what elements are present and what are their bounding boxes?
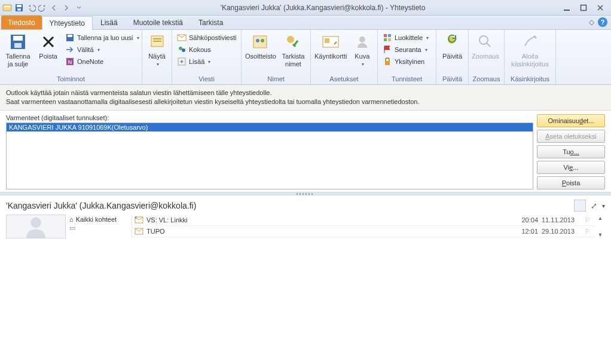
save-and-close-button[interactable]: Tallenna ja sulje: [2, 31, 33, 68]
export-button[interactable]: Vie...: [537, 161, 605, 174]
group-label-asetukset: Asetukset: [313, 74, 375, 84]
private-button[interactable]: Yksityinen: [380, 56, 433, 67]
svg-point-21: [181, 60, 183, 63]
svg-text:N: N: [68, 59, 72, 65]
redo-icon[interactable]: [38, 3, 48, 13]
update-button[interactable]: Päivitä: [439, 31, 466, 60]
forward-label: Välitä: [77, 46, 94, 53]
maximize-icon[interactable]: [579, 3, 588, 13]
onenote-button[interactable]: N OneNote: [63, 56, 139, 67]
zoom-button: Zoomaus: [471, 31, 500, 60]
group-label-tunnisteet: Tunnisteet: [380, 74, 433, 84]
close-icon[interactable]: [595, 3, 605, 13]
group-label-viesti: Viesti: [175, 74, 239, 84]
message-scrollbar[interactable]: ▲▼: [595, 215, 605, 238]
avatar-thumb: [574, 200, 586, 212]
group-label-nimet: Nimet: [244, 74, 308, 84]
certificates-listbox[interactable]: KANGASVIERI JUKKA 91091069K(Oletusarvo): [6, 123, 533, 189]
forward-button[interactable]: Välitä▾: [63, 44, 139, 55]
picture-button[interactable]: Kuva ▾: [349, 31, 375, 68]
preview-header: 'Kangasvieri Jukka' (Jukka.Kangasvieri@k…: [6, 201, 574, 210]
more-button[interactable]: Lisää▾: [175, 56, 239, 67]
svg-rect-8: [13, 36, 23, 41]
svg-rect-30: [388, 34, 391, 37]
message-row[interactable]: VS: VL: Linkki 20:04 11.11.2013 ⚐: [132, 215, 595, 226]
svg-rect-1: [4, 6, 10, 7]
email-message-button[interactable]: Sähköpostiviesti: [175, 32, 239, 43]
private-label: Yksityinen: [395, 58, 424, 65]
save-and-new-button[interactable]: Tallenna ja luo uusi▾: [63, 32, 139, 43]
check-names-label: Tarkista nimet: [282, 53, 305, 68]
svg-point-28: [359, 36, 365, 42]
group-label-zoomaus: Zoomaus: [471, 74, 502, 84]
svg-rect-32: [388, 38, 391, 41]
minimize-icon[interactable]: [562, 3, 572, 13]
svg-rect-5: [564, 10, 570, 11]
svg-rect-15: [153, 38, 161, 39]
svg-rect-0: [3, 5, 11, 11]
svg-rect-16: [153, 41, 161, 42]
tab-review[interactable]: Tarkista: [191, 16, 231, 29]
folder-icon: ▭: [69, 224, 75, 232]
svg-point-35: [479, 36, 488, 44]
flag-icon[interactable]: ⚐: [585, 228, 593, 235]
expand-icon[interactable]: ⤢: [591, 201, 597, 210]
delete-button[interactable]: Poista: [35, 31, 62, 60]
ribbon-collapse-icon[interactable]: ◇: [589, 18, 594, 26]
avatar-large: [6, 215, 66, 238]
group-label-paivita: Päivitä: [439, 74, 466, 84]
message-row[interactable]: TUPO 12:01 29.10.2013 ⚐: [132, 226, 595, 237]
update-label: Päivitä: [442, 53, 462, 60]
group-label-toiminnot: Toiminnot: [2, 74, 139, 84]
next-icon[interactable]: [62, 3, 72, 13]
meeting-label: Kokous: [189, 46, 211, 53]
svg-point-24: [261, 39, 264, 42]
properties-button[interactable]: Ominaisuudet...: [537, 114, 605, 127]
import-button[interactable]: Tuo...: [537, 145, 605, 158]
save-icon[interactable]: [14, 3, 24, 13]
check-names-button[interactable]: Tarkista nimet: [279, 31, 308, 68]
set-default-button: Aseta oletukseksi: [537, 130, 605, 143]
undo-icon[interactable]: [26, 3, 36, 13]
message-time: 20:04: [521, 216, 542, 224]
tab-file[interactable]: Tiedosto: [1, 16, 42, 29]
remove-button[interactable]: Poista: [537, 176, 605, 189]
addressbook-button[interactable]: Osoitteisto: [244, 31, 277, 60]
show-label: Näytä: [148, 53, 166, 60]
message-date: 29.10.2013: [542, 228, 585, 235]
svg-rect-4: [17, 8, 21, 11]
tab-contact[interactable]: Yhteystieto: [42, 16, 93, 30]
svg-rect-22: [253, 36, 267, 48]
message-date: 11.11.2013: [542, 216, 585, 224]
addressbook-label: Osoitteisto: [245, 53, 276, 60]
categorize-button[interactable]: Luokittele▾: [380, 32, 433, 43]
followup-label: Seuranta: [395, 46, 421, 53]
info-line-1: Outlook käyttää jotain näistä varmenteis…: [6, 88, 605, 97]
business-card-label: Käyntikortti: [314, 53, 347, 60]
prev-icon[interactable]: [50, 3, 60, 13]
svg-rect-31: [384, 38, 387, 41]
business-card-button[interactable]: Käyntikortti: [313, 31, 348, 60]
svg-point-25: [287, 36, 294, 43]
qat-dropdown-icon[interactable]: [74, 3, 84, 13]
tab-insert[interactable]: Lisää: [93, 16, 126, 29]
svg-rect-9: [14, 43, 22, 48]
followup-button[interactable]: Seuranta▾: [380, 44, 433, 55]
group-label-kasinkirjoitus: Käsinkirjoitus: [507, 74, 553, 84]
tab-format[interactable]: Muotoile tekstiä: [126, 16, 191, 29]
certificate-row[interactable]: KANGASVIERI JUKKA 91091069K(Oletusarvo): [7, 123, 533, 131]
reply-envelope-icon: [135, 215, 144, 225]
svg-rect-33: [385, 61, 390, 65]
svg-point-19: [182, 48, 185, 52]
group-label-nayta: [145, 74, 169, 84]
all-items-label[interactable]: Kaikki kohteet: [76, 216, 117, 223]
certificates-label: Varmenteet (digitaaliset tunnukset):: [6, 114, 533, 121]
help-icon[interactable]: ?: [598, 17, 607, 27]
window-title: 'Kangasvieri Jukka' (Jukka.Kangasvieri@k…: [84, 4, 562, 12]
meeting-button[interactable]: Kokous: [175, 44, 239, 55]
flag-icon[interactable]: ⚐: [585, 216, 593, 224]
svg-rect-29: [384, 34, 387, 37]
picture-label: Kuva: [355, 53, 369, 60]
show-button[interactable]: Näytä ▾: [145, 31, 169, 68]
chevron-down-icon[interactable]: ▾: [602, 203, 605, 209]
